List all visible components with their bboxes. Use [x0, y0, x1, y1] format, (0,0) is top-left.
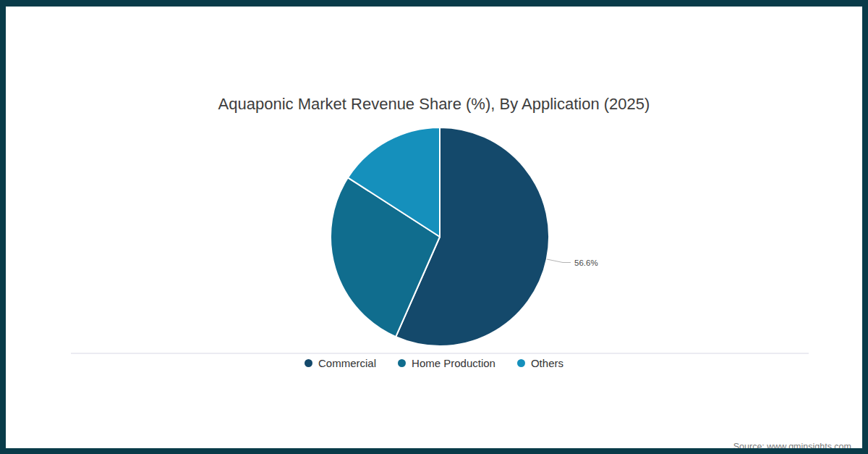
label-connector-line	[547, 259, 571, 263]
data-label-commercial: 56.6%	[574, 258, 598, 267]
chart-frame: Aquaponic Market Revenue Share (%), By A…	[0, 0, 868, 454]
legend-label-commercial: Commercial	[318, 357, 376, 369]
pie-slices	[331, 127, 549, 346]
legend-item-home-production[interactable]: Home Production	[398, 357, 495, 369]
legend-marker-commercial	[305, 359, 312, 367]
legend-marker-others	[517, 359, 525, 367]
pie-chart-svg: 56.6%	[6, 7, 868, 454]
legend-marker-home-production	[398, 359, 406, 367]
legend-item-commercial[interactable]: Commercial	[305, 357, 376, 369]
legend-item-others[interactable]: Others	[517, 357, 563, 369]
legend: Commercial Home Production Others	[6, 357, 862, 369]
legend-label-home-production: Home Production	[412, 357, 495, 369]
legend-label-others: Others	[531, 357, 563, 369]
legend-divider-line	[71, 353, 809, 354]
source-attribution: Source: www.gminsights.com	[733, 442, 851, 452]
